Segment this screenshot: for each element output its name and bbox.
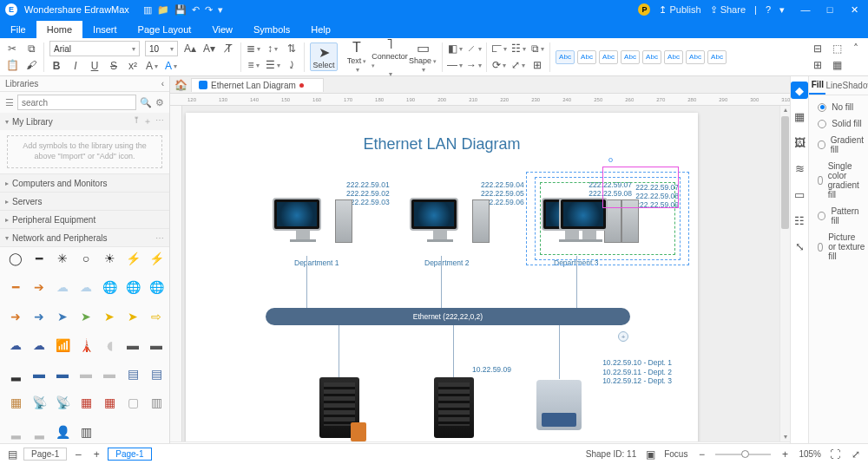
clear-format-icon[interactable]: T̸: [221, 42, 235, 56]
server-shape[interactable]: [434, 377, 474, 438]
shape-globe3-icon[interactable]: 🌐: [146, 279, 167, 295]
shape-router-icon[interactable]: ▂: [5, 366, 26, 382]
shape-arrow3-icon[interactable]: ➜: [5, 309, 26, 324]
same-size-button[interactable]: ⊞: [530, 58, 544, 72]
vertical-scrollbar[interactable]: ▴ ▾: [779, 106, 790, 441]
publish-button[interactable]: ↥ Publish: [659, 4, 700, 16]
send-back-icon[interactable]: ▦: [830, 58, 844, 72]
line-spacing-icon[interactable]: ↕: [266, 42, 279, 56]
zoom-out-button[interactable]: −: [694, 448, 708, 461]
prev-page-icon[interactable]: –: [71, 448, 85, 461]
window-minimize-button[interactable]: —: [797, 4, 814, 16]
more-icon[interactable]: ⋯: [155, 115, 164, 127]
pages-list-icon[interactable]: ▤: [5, 448, 19, 461]
underline-button[interactable]: U: [88, 59, 102, 73]
fill-color-button[interactable]: ◧: [448, 42, 462, 56]
text-wrap-icon[interactable]: ⤸: [285, 58, 299, 72]
search-icon[interactable]: 🔍: [140, 97, 152, 108]
zoom-knob[interactable]: [741, 450, 749, 458]
shape-bus-icon[interactable]: ━: [29, 251, 49, 266]
style-swatch[interactable]: Abc: [577, 50, 596, 64]
opt-picture-fill[interactable]: Picture or texture fill: [818, 232, 865, 261]
opt-no-fill[interactable]: No fill: [818, 102, 865, 112]
size-button[interactable]: ⤢: [511, 58, 525, 72]
qat-save-icon[interactable]: 💾: [174, 4, 187, 16]
drawing-page[interactable]: Ethernet LAN Diagram 222.22.59.01222.22.…: [186, 113, 698, 454]
arrow-style-button[interactable]: →: [467, 58, 481, 72]
decrease-font-icon[interactable]: A▾: [202, 42, 216, 56]
qat-undo-icon[interactable]: ↶: [192, 4, 200, 16]
shape-nas-icon[interactable]: ▥: [76, 424, 96, 440]
help-icon[interactable]: ?: [766, 4, 771, 15]
font-family-select[interactable]: Arial: [49, 41, 140, 56]
router-firewall-shape[interactable]: [319, 377, 359, 438]
shape-lightning-icon[interactable]: ⚡: [122, 251, 143, 266]
page-tab[interactable]: Page-1: [23, 448, 67, 461]
add-page-icon[interactable]: +: [89, 448, 103, 461]
menu-symbols[interactable]: Symbols: [243, 21, 300, 38]
section-header-servers[interactable]: Servers: [0, 193, 169, 210]
selection-box-magenta[interactable]: [602, 167, 679, 208]
shape-arrow8-icon[interactable]: ➤: [122, 309, 143, 324]
shape-antenna-icon[interactable]: 🗼: [76, 337, 96, 353]
shape-hub3-icon[interactable]: ▬: [76, 366, 96, 382]
shape-box2-icon[interactable]: ▢: [122, 395, 143, 410]
connector[interactable]: [453, 325, 454, 379]
opt-single-gradient[interactable]: Single color gradient fill: [818, 161, 865, 199]
highlight-color-button[interactable]: A: [145, 59, 159, 73]
libraries-close-icon[interactable]: ‹: [161, 79, 164, 88]
shape-person-icon[interactable]: 👤: [52, 424, 73, 440]
menu-view[interactable]: View: [201, 21, 243, 38]
shape-hub2-icon[interactable]: ▬: [52, 366, 73, 382]
section-header-computers[interactable]: Computers and Monitors: [0, 174, 169, 192]
shape-hub4-icon[interactable]: ▬: [99, 366, 120, 382]
section-header-peripheral[interactable]: Peripheral Equipment: [0, 211, 169, 228]
shape-box-icon[interactable]: ▦: [5, 395, 26, 410]
shape-line-icon[interactable]: ━: [5, 279, 26, 295]
fit-width-icon[interactable]: ⤢: [849, 448, 863, 461]
shape-arrow9-icon[interactable]: ⇨: [146, 309, 167, 324]
group-button[interactable]: ⧉: [530, 42, 544, 56]
ts-fill-icon[interactable]: ◆: [791, 82, 808, 99]
document-tab[interactable]: Ethernet Lan Diagram: [191, 78, 324, 92]
share-button[interactable]: ⇪ Share: [710, 4, 746, 16]
ts-chart-icon[interactable]: ☷: [791, 212, 808, 229]
ts-image-icon[interactable]: 🖼: [791, 134, 808, 151]
window-close-button[interactable]: ✕: [845, 4, 863, 16]
connector[interactable]: [339, 325, 339, 379]
window-maximize-button[interactable]: □: [821, 4, 838, 16]
cut-icon[interactable]: ✂: [5, 42, 19, 56]
more-icon[interactable]: ⋯: [155, 233, 164, 243]
qat-redo-icon[interactable]: ↷: [205, 4, 213, 16]
qat-more-icon[interactable]: ▾: [218, 4, 223, 16]
shape-ap-icon[interactable]: ▂: [5, 424, 26, 440]
ts-grid-icon[interactable]: ▦: [791, 108, 808, 125]
fit-page-icon[interactable]: ⛶: [828, 448, 842, 461]
chevron-down-icon[interactable]: ▾: [779, 4, 785, 16]
fullscreen-icon[interactable]: ▣: [643, 448, 657, 461]
qat-open-icon[interactable]: 📁: [157, 4, 169, 16]
menu-page-layout[interactable]: Page Layout: [128, 21, 202, 38]
user-avatar[interactable]: P: [638, 3, 650, 16]
opt-pattern-fill[interactable]: Pattern fill: [818, 206, 865, 225]
zoom-in-button[interactable]: +: [778, 448, 792, 461]
zoom-slider[interactable]: [715, 454, 771, 455]
shape-arrow5-icon[interactable]: ➤: [52, 309, 73, 324]
menu-insert[interactable]: Insert: [82, 21, 128, 38]
italic-button[interactable]: I: [69, 59, 82, 73]
line-color-button[interactable]: ⟋: [467, 42, 481, 56]
tool-connector[interactable]: ˥Connector: [376, 36, 404, 78]
ethernet-bar[interactable]: Ethernet (222,22,0,2): [266, 308, 630, 325]
increase-font-icon[interactable]: A▴: [183, 42, 197, 56]
shape-hub-icon[interactable]: ▬: [29, 366, 49, 382]
pc-dept2[interactable]: [410, 198, 470, 242]
shape-server2-icon[interactable]: ▥: [146, 395, 167, 410]
shape-lightning2-icon[interactable]: ⚡: [146, 251, 167, 266]
align-horizontal-icon[interactable]: ≡: [247, 58, 260, 72]
shape-ap2-icon[interactable]: ▂: [29, 424, 49, 440]
copy-icon[interactable]: ⧉: [24, 42, 38, 56]
line-style-button[interactable]: —: [448, 58, 462, 72]
text-direction-icon[interactable]: ⇅: [285, 42, 299, 56]
add-connector-handle[interactable]: +: [618, 331, 628, 342]
rotate-button[interactable]: ⟳: [492, 58, 506, 72]
